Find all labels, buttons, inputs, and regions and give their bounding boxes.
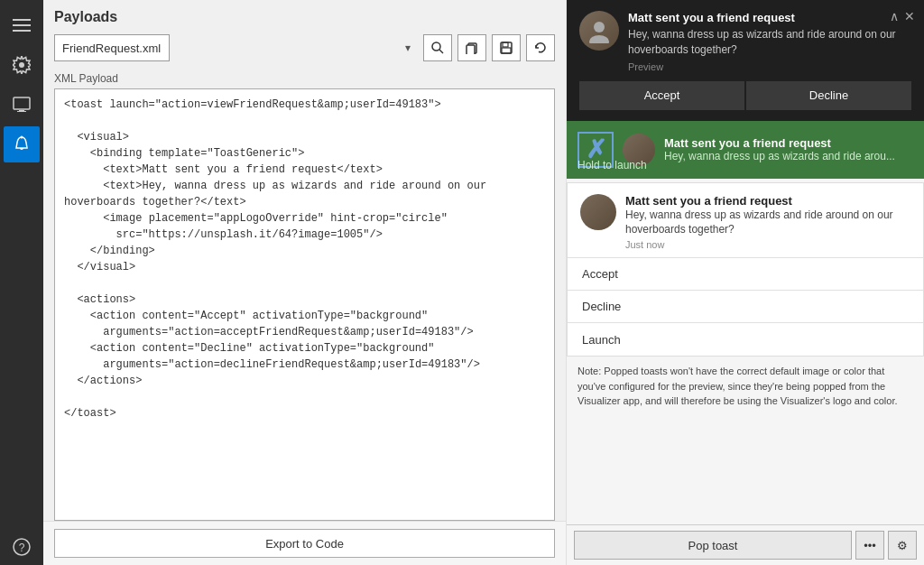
note-text: Note: Popped toasts won't have the corre… [567, 357, 924, 416]
svg-point-18 [589, 35, 609, 43]
svg-line-11 [439, 50, 443, 53]
toast-green-body: Hey, wanna dress up as wizards and ride … [664, 150, 913, 162]
search-icon [431, 42, 444, 54]
toast-preview-label: Preview [628, 61, 911, 72]
reset-icon [534, 42, 547, 54]
svg-rect-13 [467, 45, 475, 54]
sidebar-item-notifications[interactable] [4, 126, 40, 162]
sidebar-item-menu[interactable] [4, 7, 40, 43]
save-icon [500, 42, 513, 54]
toolbar: FriendRequest.xml BasicToast.xml ImageTo… [43, 31, 566, 69]
toast-light-launch-btn[interactable]: Launch [568, 323, 923, 356]
left-panel: Payloads FriendRequest.xml BasicToast.xm… [43, 0, 567, 565]
toast-collapse-icon[interactable]: ∧ [890, 9, 899, 23]
toast-light-avatar [580, 194, 616, 230]
panel-title: Payloads [43, 0, 566, 31]
payload-dropdown-wrapper: FriendRequest.xml BasicToast.xml ImageTo… [54, 34, 418, 61]
svg-text:?: ? [19, 542, 25, 554]
sidebar-item-help[interactable]: ? [4, 529, 40, 565]
right-panel: ✕ ∧ Matt sent you a friend request Hey, … [567, 0, 924, 565]
sidebar: ? [0, 0, 43, 565]
svg-rect-16 [502, 48, 511, 53]
toast-dark-header: Matt sent you a friend request Hey, wann… [579, 11, 911, 72]
toast-light-title: Matt sent you a friend request [625, 194, 910, 208]
search-button[interactable] [423, 34, 452, 61]
sidebar-item-monitor[interactable] [4, 87, 40, 123]
toast-preview-light: Matt sent you a friend request Hey, wann… [567, 182, 924, 357]
svg-point-17 [594, 22, 605, 32]
toast-avatar-dark [579, 11, 619, 51]
toast-dark-body: Hey, wanna dress up as wizards and ride … [628, 27, 911, 58]
toast-dark-buttons: Accept Decline [579, 81, 911, 110]
save-button[interactable] [492, 34, 521, 61]
svg-point-3 [19, 62, 24, 68]
svg-rect-0 [13, 19, 31, 21]
right-panel-bottom-bar: Pop toast ••• ⚙ [567, 524, 924, 565]
toast-accept-button[interactable]: Accept [579, 81, 744, 110]
toast-light-accept-btn[interactable]: Accept [568, 258, 923, 291]
pop-toast-button[interactable]: Pop toast [574, 531, 852, 560]
toast-dark-text: Matt sent you a friend request Hey, wann… [628, 11, 911, 72]
reset-button[interactable] [526, 34, 555, 61]
toast-green-title: Matt sent you a friend request [664, 136, 913, 150]
sidebar-item-settings[interactable] [4, 47, 40, 83]
svg-point-7 [21, 136, 23, 139]
toast-light-time: Just now [625, 239, 910, 250]
toast-preview-dark: ✕ ∧ Matt sent you a friend request Hey, … [567, 0, 924, 121]
export-button[interactable]: Export to Code [54, 529, 555, 558]
toast-close-icon[interactable]: ✕ [904, 9, 915, 23]
more-options-button[interactable]: ••• [855, 531, 884, 560]
svg-rect-4 [14, 97, 30, 109]
toast-light-text: Matt sent you a friend request Hey, wann… [625, 194, 910, 251]
svg-rect-2 [13, 30, 31, 32]
toast-light-buttons: Accept Decline Launch [568, 257, 923, 356]
export-bar: Export to Code [43, 521, 566, 565]
toast-light-body: Hey, wanna dress up as wizards and ride … [625, 208, 910, 238]
svg-point-10 [432, 42, 440, 51]
toast-previews: ✕ ∧ Matt sent you a friend request Hey, … [567, 0, 924, 524]
settings-button[interactable]: ⚙ [888, 531, 917, 560]
toast-light-header: Matt sent you a friend request Hey, wann… [568, 183, 923, 258]
toast-preview-green[interactable]: ✗ Matt sent you a friend request Hey, wa… [567, 121, 924, 179]
xml-editor[interactable] [54, 88, 555, 521]
toast-light-decline-btn[interactable]: Decline [568, 291, 923, 323]
clipboard-button[interactable] [457, 34, 486, 61]
clipboard-icon [466, 42, 478, 54]
app-body: Payloads FriendRequest.xml BasicToast.xm… [43, 0, 924, 565]
toast-dark-title: Matt sent you a friend request [628, 11, 911, 24]
svg-rect-1 [13, 24, 31, 26]
xml-section-label: XML Payload [43, 69, 566, 88]
toast-decline-button[interactable]: Decline [746, 81, 911, 110]
toast-green-text: Matt sent you a friend request Hey, wann… [664, 136, 913, 162]
person-icon [587, 18, 612, 43]
payload-dropdown[interactable]: FriendRequest.xml BasicToast.xml ImageTo… [54, 34, 170, 61]
svg-rect-6 [17, 111, 26, 112]
toast-hold-label: Hold to launch [578, 159, 647, 171]
